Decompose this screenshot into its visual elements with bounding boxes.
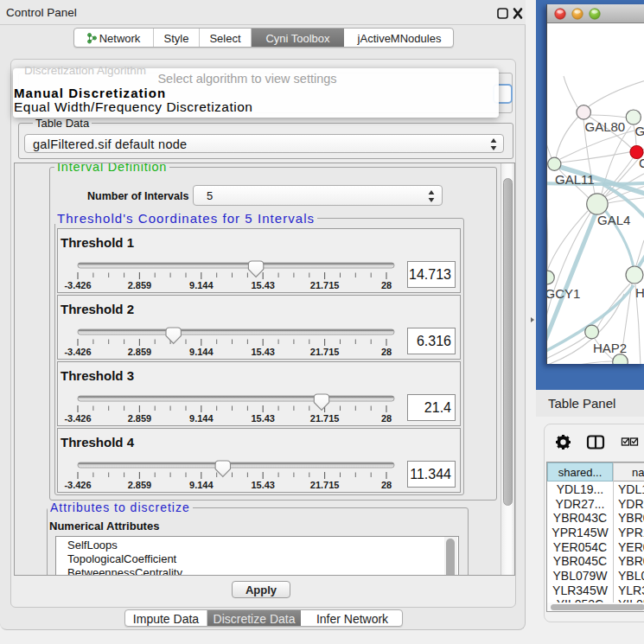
svg-text:28: 28 <box>381 480 392 490</box>
svg-text:HA: HA <box>635 285 644 300</box>
svg-text:15.43: 15.43 <box>251 413 275 424</box>
svg-text:C: C <box>639 156 644 170</box>
svg-text:-3.426: -3.426 <box>64 347 91 357</box>
svg-text:21.715: 21.715 <box>310 413 340 424</box>
svg-text:-3.426: -3.426 <box>64 280 91 290</box>
svg-text:9.144: 9.144 <box>189 280 214 290</box>
svg-text:GAL4: GAL4 <box>597 213 630 227</box>
svg-text:2.859: 2.859 <box>128 480 152 490</box>
svg-text:GAL11: GAL11 <box>555 172 595 187</box>
svg-text:28: 28 <box>381 347 392 357</box>
svg-text:GA: GA <box>635 124 644 138</box>
svg-text:GAL80: GAL80 <box>585 119 626 134</box>
svg-text:15.43: 15.43 <box>251 347 275 357</box>
svg-text:-3.426: -3.426 <box>64 413 91 424</box>
svg-text:15.43: 15.43 <box>251 480 275 490</box>
svg-text:9.144: 9.144 <box>189 347 214 357</box>
svg-text:2.859: 2.859 <box>128 413 152 424</box>
svg-text:9.144: 9.144 <box>189 480 214 490</box>
svg-text:21.715: 21.715 <box>310 480 340 490</box>
svg-text:GCY1: GCY1 <box>547 286 580 301</box>
svg-text:HAP2: HAP2 <box>593 341 627 355</box>
svg-text:2.859: 2.859 <box>128 280 152 290</box>
svg-text:2.859: 2.859 <box>128 347 152 357</box>
svg-text:21.715: 21.715 <box>310 280 340 290</box>
svg-text:15.43: 15.43 <box>251 280 275 290</box>
svg-text:21.715: 21.715 <box>310 347 340 357</box>
svg-text:-3.426: -3.426 <box>64 480 91 490</box>
svg-text:28: 28 <box>381 413 392 424</box>
svg-text:28: 28 <box>381 280 392 290</box>
svg-text:9.144: 9.144 <box>189 413 214 424</box>
